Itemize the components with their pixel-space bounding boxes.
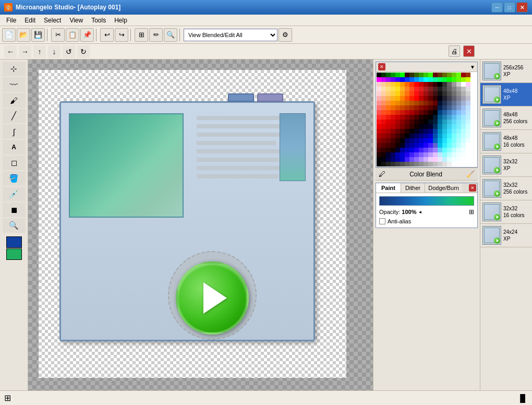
menu-edit[interactable]: Edit (20, 16, 40, 25)
color-cell[interactable] (414, 157, 419, 162)
color-cell[interactable] (456, 124, 461, 129)
color-cell[interactable] (395, 120, 400, 124)
color-cell[interactable] (433, 138, 438, 143)
fill-tool tool-active[interactable]: 🪣 (3, 171, 26, 186)
color-cell[interactable] (433, 143, 438, 148)
color-cell[interactable] (452, 134, 456, 138)
eyedropper-icon[interactable]: 🖊 (379, 170, 385, 178)
color-cell[interactable] (377, 77, 381, 82)
color-cell[interactable] (433, 152, 438, 157)
color-cell[interactable] (452, 152, 456, 157)
menu-file[interactable]: File (2, 16, 20, 25)
color-cell[interactable] (428, 157, 433, 162)
color-cell[interactable] (409, 134, 414, 138)
color-cell[interactable] (409, 73, 414, 77)
color-cell[interactable] (433, 115, 438, 120)
color-cell[interactable] (405, 162, 409, 166)
color-cell[interactable] (381, 157, 386, 162)
color-cell[interactable] (438, 129, 442, 134)
color-cell[interactable] (433, 129, 438, 134)
color-cell[interactable] (428, 162, 433, 166)
menu-select[interactable]: Select (40, 16, 65, 25)
color-cell[interactable] (466, 77, 470, 82)
color-cell[interactable] (395, 134, 400, 138)
color-cell[interactable] (391, 73, 395, 77)
color-cell[interactable] (461, 120, 466, 124)
shape-tool[interactable]: ◻ (3, 156, 26, 170)
color-cell[interactable] (381, 138, 386, 143)
color-cell[interactable] (456, 152, 461, 157)
color-cell[interactable] (433, 105, 438, 110)
color-cell[interactable] (377, 87, 381, 91)
color-cell[interactable] (442, 87, 447, 91)
color-cell[interactable] (391, 115, 395, 120)
color-cell[interactable] (386, 120, 391, 124)
color-cell[interactable] (386, 148, 391, 152)
color-cell[interactable] (442, 82, 447, 87)
color-cell[interactable] (395, 73, 400, 77)
color-cell[interactable] (424, 101, 428, 105)
color-cell[interactable] (452, 73, 456, 77)
color-cell[interactable] (414, 110, 419, 115)
color-cell[interactable] (400, 148, 405, 152)
color-cell[interactable] (452, 129, 456, 134)
color-cell[interactable] (424, 143, 428, 148)
color-cell[interactable] (386, 157, 391, 162)
color-cell[interactable] (452, 101, 456, 105)
color-cell[interactable] (409, 87, 414, 91)
color-cell[interactable] (438, 124, 442, 129)
color-cell[interactable] (442, 105, 447, 110)
color-cell[interactable] (456, 96, 461, 101)
color-cell[interactable] (447, 134, 452, 138)
color-cell[interactable] (447, 157, 452, 162)
color-cell[interactable] (405, 105, 409, 110)
color-cell[interactable] (381, 148, 386, 152)
color-cell[interactable] (442, 110, 447, 115)
color-cell[interactable] (386, 87, 391, 91)
color-cell[interactable] (386, 82, 391, 87)
color-cell[interactable] (395, 77, 400, 82)
color-cell[interactable] (428, 96, 433, 101)
color-cell[interactable] (419, 124, 424, 129)
color-cell[interactable] (438, 77, 442, 82)
color-cell[interactable] (400, 82, 405, 87)
color-cell[interactable] (386, 129, 391, 134)
color-cell[interactable] (452, 143, 456, 148)
color-cell[interactable] (428, 73, 433, 77)
color-cell[interactable] (442, 152, 447, 157)
color-cell[interactable] (456, 120, 461, 124)
color-cell[interactable] (461, 129, 466, 134)
color-cell[interactable] (400, 138, 405, 143)
color-cell[interactable] (395, 143, 400, 148)
tab-dither[interactable]: Dither (401, 183, 425, 193)
color-cell[interactable] (424, 157, 428, 162)
color-cell[interactable] (442, 138, 447, 143)
color-cell[interactable] (419, 134, 424, 138)
color-cell[interactable] (405, 120, 409, 124)
color-cell[interactable] (377, 143, 381, 148)
color-cell[interactable] (395, 87, 400, 91)
color-cell[interactable] (433, 124, 438, 129)
color-cell[interactable] (419, 77, 424, 82)
color-cell[interactable] (466, 91, 470, 96)
close-icon-toolbar[interactable]: ✕ (463, 45, 475, 57)
color-cell[interactable] (381, 91, 386, 96)
color-cell[interactable] (461, 91, 466, 96)
color-cell[interactable] (452, 120, 456, 124)
color-cell[interactable] (409, 110, 414, 115)
color-cell[interactable] (405, 152, 409, 157)
color-cell[interactable] (414, 143, 419, 148)
color-cell[interactable] (414, 148, 419, 152)
color-cell[interactable] (466, 148, 470, 152)
color-cell[interactable] (409, 91, 414, 96)
color-cell[interactable] (414, 120, 419, 124)
color-cell[interactable] (452, 115, 456, 120)
color-cell[interactable] (386, 143, 391, 148)
color-cell[interactable] (414, 82, 419, 87)
color-cell[interactable] (461, 87, 466, 91)
print-button[interactable]: 🖨 (449, 45, 460, 57)
color-cell[interactable] (424, 77, 428, 82)
thumbnail-item[interactable]: 32x32XP (480, 153, 532, 177)
color-cell[interactable] (395, 110, 400, 115)
color-cell[interactable] (461, 77, 466, 82)
